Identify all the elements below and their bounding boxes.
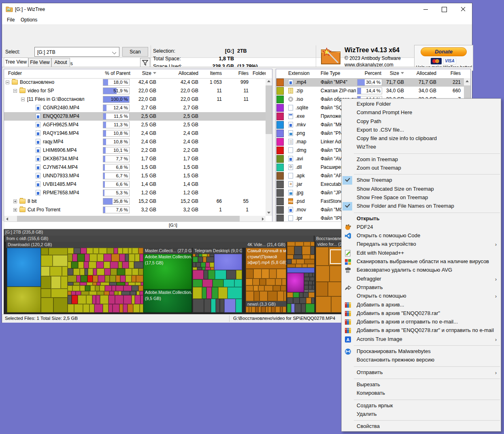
tree-row[interactable]: 8 bit35,8 %15,2 GB15,2 GB6655: [4, 197, 272, 206]
treemap-midcol-blue-band[interactable]: [287, 268, 315, 273]
treemap-telegram-speckle[interactable]: [214, 254, 242, 270]
treemap-news-mosaic[interactable]: [246, 306, 286, 313]
treemap-video-for-strip[interactable]: video for... (22,0 G: [316, 241, 342, 247]
minimize-button[interactable]: [417, 3, 435, 15]
tab-about[interactable]: About: [51, 58, 70, 67]
col-ext-files[interactable]: Files: [438, 70, 461, 76]
menu-item-zoom-in-treemap[interactable]: Zoom in Treemap: [342, 155, 501, 164]
menu-item-defraggler[interactable]: Defraggler›: [342, 275, 501, 283]
treemap-midcol-magenta[interactable]: [287, 273, 304, 292]
treemap-selected-file-tile[interactable]: [330, 249, 342, 264]
menu-options[interactable]: Options: [21, 17, 37, 23]
treemap-telegram-mosaic[interactable]: [193, 270, 242, 313]
menu-item-show-folder-file-names[interactable]: Show Folder and File Names on Treemap: [342, 202, 501, 211]
treemap-downloads-strip[interactable]: Downloads\ (120,2 GB): [6, 242, 246, 248]
treemap-fourk-mosaic[interactable]: [246, 269, 286, 301]
menu-item-edit-with-notepadpp[interactable]: Edit with Notepad++: [342, 249, 501, 257]
tree-vscroll-thumb[interactable]: [266, 85, 272, 134]
treemap-fourk-video-strip[interactable]: 4K Vide... (21,4 GB): [246, 242, 286, 248]
menu-file[interactable]: File: [7, 17, 15, 23]
menu-item-delete[interactable]: Удалить: [342, 410, 501, 419]
treemap-master-collection-strip[interactable]: Master.Collecti... (27,0 GB): [143, 248, 192, 254]
menu-item-open-with-code[interactable]: Открыть с помощью Code: [342, 232, 501, 240]
treemap-telegram-mosaic-top[interactable]: [193, 254, 214, 270]
tree-row[interactable]: video for SP51,9 %22,0 GB22,0 GB1111: [4, 87, 272, 95]
tree-row[interactable]: CJYN6744.MP46,8 %1,5 GB1,5 GB: [4, 163, 272, 172]
col-file-type[interactable]: File Type: [321, 70, 361, 76]
menu-item-command-prompt-here[interactable]: Command Prompt Here: [342, 108, 501, 117]
tree-row[interactable]: AGFH9625.MP411,3 %2,5 GB2,5 GB: [4, 121, 272, 129]
menu-item-scan-selected-for-viruses[interactable]: Сканировать выбранные области на наличие…: [342, 257, 501, 266]
filter-button[interactable]: [140, 58, 150, 68]
menu-item-wiztree[interactable]: WizTree: [342, 143, 501, 151]
treemap-vosstanovleno-strip[interactable]: Восстановлено\: [315, 236, 342, 241]
menu-item-zoom-out-treemap[interactable]: Zoom out Treemap: [342, 164, 501, 172]
menu-item-explore-folder[interactable]: Explore Folder: [342, 100, 501, 108]
expand-icon[interactable]: [13, 200, 17, 203]
treemap-midcol-mosaic-top[interactable]: [287, 242, 315, 268]
treemap-master-collection-lower[interactable]: Adobe.Master.Collection.CC.2C(9,5 GB): [143, 289, 192, 313]
col-folder[interactable]: Folder: [8, 70, 97, 76]
treemap-news-strip[interactable]: news\ (3,3 GB): [246, 301, 286, 306]
treemap-yellow-under-blue[interactable]: [7, 287, 41, 313]
extension-row[interactable]: .mp4Файл "MP4"30,4 %71,7 GB71,7 GB221: [276, 78, 470, 87]
tab-file-view[interactable]: File View: [28, 58, 51, 67]
collapse-icon[interactable]: [13, 89, 17, 93]
scan-button[interactable]: Scan: [122, 47, 148, 57]
tree-row[interactable]: CGNR2480.MP412,4 %2,7 GB2,7 GB: [4, 104, 272, 112]
menu-item-add-to-archive[interactable]: Добавить в архив...: [342, 301, 501, 309]
collapse-icon[interactable]: [6, 81, 9, 84]
treemap-midcol-mosaic-right[interactable]: [304, 273, 315, 292]
col-folders[interactable]: Folder: [253, 70, 266, 76]
menu-item-show-allocated-size[interactable]: Show Allocated Size on Treemap: [342, 185, 501, 194]
tab-tree-view[interactable]: Tree View: [4, 57, 28, 67]
tree-row[interactable]: RAQY1946.MP410,8 %2,4 GB2,4 GB: [4, 129, 272, 138]
maximize-button[interactable]: [435, 3, 453, 15]
tree-row[interactable]: DKXB6734.MP47,7 %1,7 GB1,7 GB: [4, 155, 272, 163]
menu-item-cut[interactable]: Вырезать: [342, 381, 501, 389]
menu-item-pdf24[interactable]: PDF24: [342, 223, 501, 232]
col-size[interactable]: Size: [132, 70, 156, 76]
col-allocated[interactable]: Allocated: [163, 70, 198, 76]
col-ext-size[interactable]: Size: [384, 70, 404, 76]
menu-item-cast-to-device[interactable]: Передать на устройство›: [342, 240, 501, 249]
treemap-fourk-label-block[interactable]: Самый скучный в мирестрим!(Прямойэфир!).…: [246, 248, 286, 269]
scroll-down-button[interactable]: [266, 209, 272, 216]
tree-row[interactable]: UVBI1485.MP46,6 %1,4 GB1,4 GB: [4, 180, 272, 189]
menu-item-send-to[interactable]: Отправить›: [342, 368, 501, 377]
treemap[interactable]: [G:] 2TB (235,8 GB)from c old\ (155,6 GB…: [4, 229, 342, 314]
donate-button[interactable]: Donate: [421, 47, 467, 56]
treemap-midcol-mosaic-low[interactable]: [287, 292, 315, 313]
menu-item-open-with[interactable]: Открыть с помощью›: [342, 292, 501, 300]
tree-row[interactable]: RPME7658.MP45,3 %1,2 GB1,2 GB: [4, 189, 272, 197]
treemap-blue-block[interactable]: [7, 248, 41, 287]
tree-row[interactable]: UNND7933.MP46,7 %1,5 GB1,5 GB: [4, 172, 272, 180]
menu-item-acronis-true-image[interactable]: AAcronis True Image›: [342, 335, 501, 344]
tree-row[interactable]: ENQQ0278.MP411,5 %2,5 GB2,5 GB: [4, 112, 272, 121]
col-ext-percent[interactable]: Percent: [357, 70, 381, 76]
extension-row[interactable]: .zipСжатая ZIP-пап14,4 %34,0 GB34,0 GB66…: [276, 87, 470, 95]
menu-item-show-free-space[interactable]: Show Free Space on Treemap: [342, 194, 501, 202]
menu-item-create-shortcut[interactable]: Создать ярлык: [342, 402, 501, 410]
col-percent-of-parent[interactable]: % of Parent: [101, 70, 130, 76]
collapse-icon[interactable]: [21, 98, 25, 101]
menu-item-show-treemap[interactable]: Show Treemap: [342, 176, 501, 185]
expand-icon[interactable]: [13, 208, 17, 212]
col-extension[interactable]: Extension: [288, 70, 319, 76]
treemap-downloads-mosaic[interactable]: [68, 248, 143, 313]
tree-row[interactable]: [11 Files in G:\Восстановл100,0 %22,0 GB…: [4, 95, 272, 104]
tree-row[interactable]: Восстановлено18,0 %42,4 GB42,4 GB1 05399…: [4, 78, 272, 87]
drive-select-dropdown[interactable]: [G:] 2TB: [34, 47, 119, 57]
col-ext-allocated[interactable]: Allocated: [410, 70, 436, 76]
tree-vscrollbar[interactable]: [266, 78, 272, 216]
col-items[interactable]: Items: [201, 70, 222, 76]
tree-row[interactable]: raqy.MP410,8 %2,4 GB2,4 GB: [4, 138, 272, 146]
tree-row[interactable]: Cut Pro Torrent7,6 %3,2 GB3,2 GB11: [4, 206, 272, 214]
menu-item-add-to-archive-named[interactable]: Добавить в архив "ENQQ0278.rar": [342, 309, 501, 318]
menu-item-export-to-csv[interactable]: Export to .CSV file...: [342, 126, 501, 134]
menu-item-properties[interactable]: Свойства: [342, 422, 501, 431]
menu-item-copy[interactable]: Копировать: [342, 389, 501, 398]
scroll-up-button[interactable]: [464, 78, 470, 85]
menu-item-avg-shred[interactable]: Безвозвратно удалить с помощью AVG: [342, 266, 501, 274]
treemap-root-strip[interactable]: [G:] 2TB (235,8 GB): [4, 229, 342, 236]
